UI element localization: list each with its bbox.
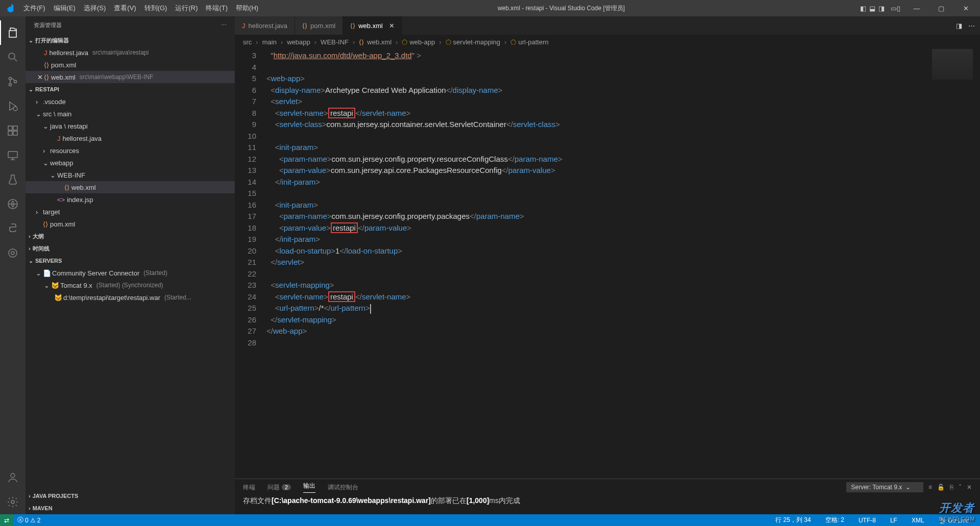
xml-file-icon: ⟨⟩ — [350, 22, 355, 30]
xml-file-icon: ⟨⟩ — [44, 61, 49, 69]
activity-search[interactable] — [0, 45, 26, 69]
maximize-panel-icon[interactable]: ˄ — [959, 484, 962, 491]
menu-go[interactable]: 转到(G) — [140, 4, 172, 13]
panel-tab-problems[interactable]: 问题2 — [267, 483, 291, 492]
xml-file-icon: ⟨⟩ — [359, 38, 364, 46]
tab-webxml[interactable]: ⟨⟩web.xml✕ — [343, 16, 402, 35]
activity-github[interactable] — [0, 192, 26, 216]
panel-tab-terminal[interactable]: 终端 — [243, 483, 255, 492]
code-content[interactable]: "http://java.sun.com/dtd/web-app_2_3.dtd… — [266, 49, 980, 479]
menu-selection[interactable]: 选择(S) — [80, 4, 110, 13]
tree-item[interactable]: ›target — [26, 206, 235, 218]
tree-item[interactable]: Jhellorest.java — [26, 132, 235, 144]
window-title: web.xml - restapi - Visual Studio Code [… — [262, 4, 860, 13]
status-eol[interactable]: LF — [890, 516, 897, 524]
toggle-secondary-icon[interactable]: ◨ — [878, 5, 885, 12]
tree-item[interactable]: ⌄WEB-INF — [26, 169, 235, 181]
activity-run-debug[interactable] — [0, 94, 26, 118]
svg-rect-7 — [13, 131, 17, 135]
panel: 终端 问题2 输出 调试控制台 Server: Tomcat 9.x ⌄ ≡ 🔓… — [235, 479, 980, 514]
status-line-col[interactable]: 行 25，列 34 — [775, 516, 811, 524]
line-numbers: 3456789101112131415161718192021222324252… — [235, 49, 266, 479]
close-window-button[interactable]: ✕ — [955, 5, 976, 12]
activity-extensions[interactable] — [0, 118, 26, 143]
file-icon: ⟨⟩ — [43, 220, 48, 228]
activity-python[interactable] — [0, 216, 26, 241]
open-editor-pom[interactable]: ⟨⟩pom.xml — [26, 59, 235, 71]
menu-edit[interactable]: 编辑(E) — [50, 4, 80, 13]
server-icon: 📄 — [43, 269, 52, 277]
activity-account[interactable] — [0, 465, 26, 490]
maven-header[interactable]: ›MAVEN — [26, 502, 235, 514]
open-editor-webxml[interactable]: ✕⟨⟩web.xmlsrc\main\webapp\WEB-INF — [26, 71, 235, 83]
java-projects-header[interactable]: ›JAVA PROJECTS — [26, 490, 235, 502]
sidebar-more-icon[interactable]: ⋯ — [221, 22, 227, 29]
menu-file[interactable]: 文件(F) — [19, 4, 50, 13]
remote-indicator[interactable]: ⇄ — [0, 514, 13, 526]
panel-tab-debug[interactable]: 调试控制台 — [328, 483, 358, 492]
file-icon: <> — [57, 196, 65, 204]
minimap[interactable] — [932, 49, 973, 80]
menu-help[interactable]: 帮助(H) — [232, 4, 262, 13]
svg-point-1 — [9, 78, 12, 80]
tree-item[interactable]: ⟨⟩pom.xml — [26, 218, 235, 230]
element-icon: ⬠ — [446, 38, 451, 46]
breadcrumb[interactable]: src› main› webapp› WEB-INF› ⟨⟩web.xml› ⬠… — [235, 35, 980, 49]
server-tomcat[interactable]: ⌄🐱Tomcat 9.x(Started) (Synchronized) — [26, 279, 235, 291]
close-tab-icon[interactable]: ✕ — [389, 22, 395, 30]
tab-pom[interactable]: ⟨⟩pom.xml — [295, 16, 343, 35]
clear-output-icon[interactable]: ⎘ — [950, 484, 953, 491]
tree-item[interactable]: ›.vscode — [26, 95, 235, 108]
lock-scroll-icon[interactable]: 🔓 — [937, 484, 945, 491]
menu-run[interactable]: 运行(R) — [171, 4, 202, 13]
activity-explorer[interactable] — [0, 20, 26, 45]
more-actions-icon[interactable]: ⋯ — [968, 22, 975, 30]
tree-item[interactable]: <>index.jsp — [26, 193, 235, 206]
outline-header[interactable]: ›大纲 — [26, 230, 235, 242]
status-encoding[interactable]: UTF-8 — [859, 516, 876, 524]
toggle-panel-icon[interactable]: ⬓ — [869, 5, 875, 12]
toggle-sidebar-icon[interactable]: ◧ — [860, 5, 866, 12]
close-panel-icon[interactable]: ✕ — [967, 484, 972, 491]
status-spaces[interactable]: 空格: 2 — [825, 516, 844, 524]
activity-testing[interactable] — [0, 167, 26, 192]
status-language[interactable]: XML — [912, 516, 924, 524]
svg-point-4 — [13, 107, 17, 111]
output-content[interactable]: 存档文件[C:\apache-tomcat-9.0.69\webapps\res… — [235, 495, 980, 507]
close-icon[interactable]: ✕ — [36, 73, 44, 81]
output-channel-dropdown[interactable]: Server: Tomcat 9.x ⌄ — [846, 482, 923, 492]
menu-terminal[interactable]: 终端(T) — [202, 4, 232, 13]
tree-item[interactable]: ⌄java \ restapi — [26, 120, 235, 132]
tree-item[interactable]: ⌄webapp — [26, 157, 235, 169]
servers-header[interactable]: ⌄SERVERS — [26, 255, 235, 267]
java-file-icon: J — [242, 22, 246, 30]
tab-hellorest[interactable]: Jhellorest.java — [235, 16, 295, 35]
open-editors-header[interactable]: ⌄打开的编辑器 — [26, 34, 235, 46]
tree-item[interactable]: ⌄src \ main — [26, 108, 235, 120]
layout-customize-icon[interactable]: ▭▯ — [891, 5, 900, 12]
svg-rect-6 — [8, 131, 12, 135]
filter-icon[interactable]: ≡ — [928, 484, 932, 491]
svg-point-12 — [11, 252, 14, 255]
activity-settings[interactable] — [0, 490, 26, 514]
server-war[interactable]: 🐱d:\temp\restapi\target\restapi.war(Star… — [26, 291, 235, 304]
minimize-button[interactable]: — — [906, 5, 927, 12]
tree-item[interactable]: ⟨⟩web.xml — [26, 181, 235, 193]
project-header[interactable]: ⌄RESTAPI — [26, 83, 235, 95]
maximize-button[interactable]: ▢ — [931, 5, 951, 12]
split-editor-icon[interactable]: ◨ — [956, 22, 962, 30]
code-editor[interactable]: 3456789101112131415161718192021222324252… — [235, 49, 980, 479]
remote-icon: ⇄ — [4, 517, 9, 524]
activity-remote[interactable] — [0, 143, 26, 167]
server-csc[interactable]: ⌄📄Community Server Connector(Started) — [26, 267, 235, 279]
tree-item[interactable]: ›resources — [26, 144, 235, 157]
activity-bar — [0, 16, 26, 514]
war-icon: 🐱 — [54, 294, 63, 302]
menu-view[interactable]: 查看(V) — [110, 4, 140, 13]
panel-tab-output[interactable]: 输出 — [303, 482, 315, 493]
activity-source-control[interactable] — [0, 69, 26, 94]
status-problems[interactable]: ⓧ0 ⚠2 — [17, 516, 40, 524]
activity-servers[interactable] — [0, 241, 26, 265]
timeline-header[interactable]: ›时间线 — [26, 242, 235, 255]
open-editor-hellorest[interactable]: Jhellorest.javasrc\main\java\restapi — [26, 46, 235, 59]
